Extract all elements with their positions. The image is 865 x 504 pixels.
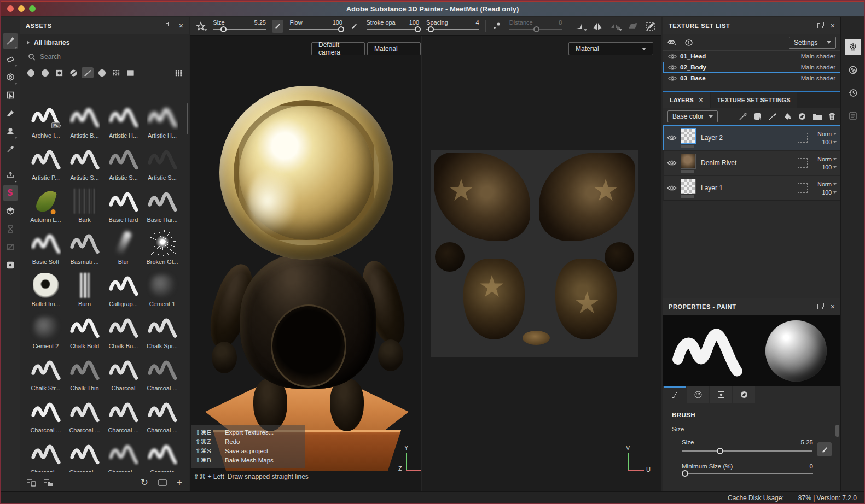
log-icon[interactable] bbox=[845, 108, 861, 124]
asset-item[interactable]: Charcoal ... bbox=[105, 398, 142, 440]
shading-dropdown-2d[interactable]: Material bbox=[568, 42, 653, 55]
flow-pressure-toggle[interactable] bbox=[349, 20, 361, 33]
asset-item[interactable]: Charcoal ... bbox=[143, 356, 181, 398]
asset-item[interactable]: Artistic B... bbox=[66, 103, 103, 145]
asset-item[interactable]: Burn bbox=[66, 272, 103, 314]
size-slider-knob[interactable] bbox=[717, 448, 723, 454]
size-slider-track[interactable] bbox=[682, 447, 812, 455]
asset-item[interactable]: Charcoal ... bbox=[66, 440, 103, 472]
add-asset-icon[interactable]: + bbox=[177, 477, 182, 488]
asset-item[interactable]: Basic Hard bbox=[105, 187, 142, 230]
tab-layers[interactable]: LAYERS × bbox=[663, 92, 710, 108]
filter-smart-materials-icon[interactable] bbox=[39, 67, 51, 78]
spacing-slider[interactable] bbox=[425, 26, 480, 33]
add-effect-icon[interactable] bbox=[739, 112, 748, 121]
tab-brush[interactable] bbox=[664, 386, 686, 403]
stroke-opacity-slider-knob[interactable] bbox=[415, 26, 421, 32]
layer-mask-placeholder[interactable] bbox=[798, 133, 808, 143]
eye-icon[interactable] bbox=[667, 134, 677, 141]
add-smart-material-icon[interactable] bbox=[753, 112, 763, 121]
projection-tool-button[interactable] bbox=[3, 69, 18, 85]
layer-opacity[interactable]: 100 bbox=[822, 139, 837, 145]
asset-item[interactable]: Artistic S... bbox=[105, 145, 142, 187]
filter-procedurals-icon[interactable] bbox=[110, 67, 122, 78]
layer-blend-mode[interactable]: Norm bbox=[817, 181, 837, 187]
close-icon[interactable]: × bbox=[179, 22, 183, 30]
eraser-tool-button[interactable] bbox=[3, 51, 18, 67]
asset-item[interactable]: Charcoal ... bbox=[27, 398, 65, 440]
layer-mask-placeholder[interactable] bbox=[798, 183, 808, 193]
asset-item[interactable]: Cement 2 bbox=[27, 314, 65, 356]
size-pressure-toggle[interactable] bbox=[272, 20, 284, 33]
brush-preset-icon[interactable] bbox=[194, 20, 207, 33]
library-selector[interactable]: All libraries bbox=[20, 34, 189, 49]
min-size-value[interactable]: 0 bbox=[810, 463, 813, 470]
distance-mode-icon[interactable] bbox=[491, 20, 503, 33]
shading-dropdown-3d[interactable]: Material bbox=[367, 42, 421, 55]
tab-alpha[interactable] bbox=[687, 386, 709, 403]
size-slider-knob[interactable] bbox=[220, 26, 227, 32]
asset-item[interactable]: Concrete bbox=[143, 440, 181, 472]
layer-opacity[interactable]: 100 bbox=[822, 189, 837, 196]
layer-opacity[interactable]: 100 bbox=[822, 164, 837, 171]
eye-icon[interactable] bbox=[667, 185, 677, 191]
asset-item[interactable]: Chalk Thin bbox=[66, 356, 103, 398]
tab-stencil[interactable] bbox=[710, 386, 732, 403]
filter-brushes-icon[interactable] bbox=[82, 67, 94, 78]
spacing-value[interactable]: 4 bbox=[476, 19, 479, 26]
add-paint-layer-icon[interactable] bbox=[768, 112, 777, 121]
asset-item[interactable]: Bark bbox=[66, 187, 103, 230]
stroke-opacity-value[interactable]: 100 bbox=[409, 19, 419, 26]
asset-item[interactable]: Blur bbox=[105, 230, 142, 272]
export-asset-list-icon[interactable] bbox=[27, 478, 36, 487]
asset-item[interactable]: Chalk Bold bbox=[66, 314, 103, 356]
layer-row[interactable]: Layer 1 Norm 100 bbox=[663, 175, 840, 201]
flow-value[interactable]: 100 bbox=[333, 19, 342, 26]
min-size-slider-track[interactable] bbox=[682, 470, 813, 477]
asset-item[interactable]: Artistic S... bbox=[66, 145, 103, 187]
history-icon[interactable] bbox=[845, 85, 861, 101]
min-size-slider-knob[interactable] bbox=[682, 470, 688, 477]
eye-icon[interactable] bbox=[668, 75, 677, 81]
lazy-mouse-icon[interactable] bbox=[626, 20, 639, 33]
symmetry-icon[interactable] bbox=[591, 20, 604, 33]
asset-item[interactable]: Basic Soft bbox=[27, 230, 65, 272]
snap-disabled-icon[interactable] bbox=[645, 20, 657, 33]
layer-blend-mode[interactable]: Norm bbox=[817, 131, 837, 137]
close-icon[interactable]: × bbox=[699, 97, 703, 103]
layer-row[interactable]: Layer 2 Norm 100 bbox=[663, 125, 840, 150]
asset-item[interactable]: Charcoal bbox=[105, 356, 142, 398]
import-resources-icon[interactable] bbox=[44, 478, 53, 487]
material-picker-button[interactable] bbox=[3, 257, 18, 273]
delete-layer-icon[interactable] bbox=[828, 112, 836, 121]
float-panel-icon[interactable] bbox=[817, 304, 823, 309]
stroke-opacity-slider[interactable] bbox=[365, 26, 421, 33]
add-group-folder-icon[interactable] bbox=[812, 113, 822, 121]
asset-item[interactable]: Cement 1 bbox=[143, 272, 181, 314]
smudge-tool-button[interactable] bbox=[3, 106, 18, 121]
asset-item[interactable]: Artistic S... bbox=[143, 145, 181, 187]
refresh-icon[interactable]: ↻ bbox=[141, 477, 148, 488]
asset-item[interactable]: Calligrap... bbox=[105, 272, 142, 314]
grid-view-icon[interactable] bbox=[172, 67, 184, 78]
assets-scrollbar[interactable] bbox=[187, 103, 188, 134]
asset-item[interactable]: Autumn L... bbox=[27, 187, 65, 230]
asset-item[interactable]: Artistic H... bbox=[105, 103, 142, 145]
asset-item[interactable]: Charcoal ... bbox=[27, 440, 65, 472]
asset-item[interactable]: Chalk Str... bbox=[27, 356, 65, 398]
size-pressure-button[interactable] bbox=[817, 442, 832, 456]
filter-materials-icon[interactable] bbox=[25, 67, 37, 78]
filter-smart-masks-icon[interactable] bbox=[53, 67, 65, 78]
search-input[interactable]: Search bbox=[40, 53, 61, 61]
asset-item[interactable]: Charcoal ... bbox=[105, 440, 142, 472]
asset-item[interactable]: Ps Archive I... bbox=[27, 103, 65, 145]
export-resources-button[interactable] bbox=[3, 167, 18, 183]
geometry-button[interactable] bbox=[3, 203, 18, 219]
float-panel-icon[interactable] bbox=[817, 23, 823, 28]
filter-textures-icon[interactable] bbox=[124, 67, 136, 78]
asset-item[interactable]: Basic Har... bbox=[143, 187, 181, 230]
asset-item[interactable]: Artistic P... bbox=[27, 145, 65, 187]
tab-material[interactable] bbox=[733, 386, 755, 403]
asset-item[interactable]: Artistic H... bbox=[143, 103, 181, 145]
asset-item[interactable]: Charcoal ... bbox=[143, 398, 181, 440]
